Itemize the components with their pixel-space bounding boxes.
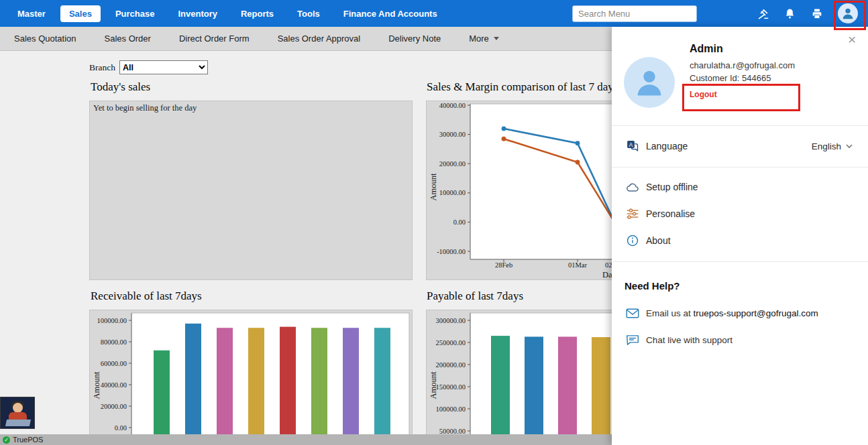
subnav-more[interactable]: More bbox=[455, 34, 513, 44]
receivable-chart-title: Receivable of last 7days bbox=[91, 290, 202, 303]
today-sales-panel: Yet to begin selling for the day bbox=[89, 101, 413, 280]
nav-purchase[interactable]: Purchase bbox=[107, 5, 164, 22]
subnav-delivery-note[interactable]: Delivery Note bbox=[374, 34, 455, 44]
email-support-row[interactable]: Email us at truepos-support@gofrugal.com bbox=[612, 300, 868, 326]
svg-text:20000.00: 20000.00 bbox=[439, 160, 466, 168]
svg-text:30000.00: 30000.00 bbox=[439, 131, 466, 138]
about-label: About bbox=[646, 235, 671, 246]
branch-label: Branch bbox=[89, 62, 115, 73]
payable-chart-title: Payable of last 7days bbox=[427, 290, 523, 303]
svg-text:Amount: Amount bbox=[92, 371, 101, 399]
language-value[interactable]: English bbox=[812, 141, 853, 151]
svg-text:200000.00: 200000.00 bbox=[435, 361, 466, 369]
receivable-chart-panel: 100000.0080000.0060000.0040000.0020000.0… bbox=[89, 310, 413, 445]
nav-finance-and-accounts[interactable]: Finance And Accounts bbox=[335, 5, 446, 22]
person-icon bbox=[840, 6, 855, 21]
sales-margin-chart-title: Sales & Margin comparison of last 7 days bbox=[427, 80, 618, 94]
personalise-row[interactable]: Personalise bbox=[612, 200, 868, 227]
divider bbox=[612, 125, 868, 126]
main-menu: Master Sales Purchase Inventory Reports … bbox=[0, 5, 446, 22]
svg-text:50000.00: 50000.00 bbox=[439, 428, 466, 435]
today-sales-title: Today's sales bbox=[91, 80, 150, 94]
subnav-sales-quotation[interactable]: Sales Quotation bbox=[0, 34, 91, 44]
language-label: Language bbox=[646, 141, 688, 151]
gavel-icon[interactable] bbox=[757, 7, 769, 20]
personalise-label: Personalise bbox=[646, 208, 695, 219]
profile-panel: × Admin charulatha.r@gofrugal.com Custom… bbox=[612, 27, 868, 445]
logout-link[interactable]: Logout bbox=[690, 90, 717, 99]
about-row[interactable]: About bbox=[612, 227, 868, 254]
divider bbox=[612, 261, 868, 262]
support-email-address: truepos-support@gofrugal.com bbox=[694, 308, 818, 318]
profile-name: Admin bbox=[690, 43, 723, 55]
profile-avatar bbox=[624, 57, 675, 108]
svg-text:250000.00: 250000.00 bbox=[435, 339, 466, 346]
chevron-down-icon bbox=[494, 37, 499, 40]
nav-tools[interactable]: Tools bbox=[288, 5, 329, 22]
svg-text:20000.00: 20000.00 bbox=[101, 403, 127, 410]
nav-sales[interactable]: Sales bbox=[60, 5, 101, 22]
nav-inventory[interactable]: Inventory bbox=[169, 5, 226, 22]
svg-text:100000.00: 100000.00 bbox=[97, 317, 127, 324]
app-name: TruePOS bbox=[13, 436, 43, 444]
svg-text:60000.00: 60000.00 bbox=[101, 360, 127, 367]
mascot-head bbox=[13, 403, 23, 413]
receivable-bar-chart: 100000.0080000.0060000.0040000.0020000.0… bbox=[90, 310, 413, 445]
chat-support-label: Chat live with support bbox=[646, 335, 733, 345]
topbar-right-tools bbox=[572, 3, 868, 23]
info-icon bbox=[626, 234, 646, 247]
profile-email: charulatha.r@gofrugal.com bbox=[690, 60, 795, 70]
setup-offline-label: Setup offline bbox=[646, 182, 698, 192]
svg-text:28Feb: 28Feb bbox=[495, 261, 512, 269]
svg-text:40000.00: 40000.00 bbox=[439, 102, 466, 109]
svg-text:0.00: 0.00 bbox=[453, 218, 466, 226]
svg-text:80000.00: 80000.00 bbox=[101, 338, 127, 346]
status-check-icon: ✓ bbox=[3, 436, 10, 444]
language-row[interactable]: A Language English bbox=[612, 133, 868, 160]
subnav-sales-order[interactable]: Sales Order bbox=[91, 34, 165, 44]
setup-offline-row[interactable]: Setup offline bbox=[612, 174, 868, 200]
svg-text:10000.00: 10000.00 bbox=[439, 189, 466, 196]
cloud-icon bbox=[626, 182, 646, 192]
subnav-more-label: More bbox=[469, 34, 489, 44]
envelope-icon bbox=[626, 308, 646, 318]
notification-bell-icon[interactable] bbox=[783, 7, 796, 20]
divider bbox=[612, 167, 868, 168]
chat-bubble-icon bbox=[626, 334, 646, 346]
email-support-prefix: Email us at bbox=[646, 308, 691, 318]
truepos-app-window: Master Sales Purchase Inventory Reports … bbox=[0, 0, 868, 445]
language-icon: A bbox=[626, 139, 646, 153]
customer-id: Customer Id: 544665 bbox=[690, 73, 771, 83]
close-icon[interactable]: × bbox=[848, 32, 856, 46]
subnav-direct-order-form[interactable]: Direct Order Form bbox=[165, 34, 264, 44]
chat-support-row[interactable]: Chat live with support bbox=[612, 326, 868, 353]
branch-select[interactable]: All bbox=[119, 60, 208, 74]
search-menu-input[interactable] bbox=[572, 5, 697, 22]
sliders-icon bbox=[626, 208, 646, 220]
user-avatar[interactable] bbox=[838, 3, 858, 23]
svg-text:01Mar: 01Mar bbox=[568, 261, 587, 269]
person-icon bbox=[632, 65, 667, 100]
svg-text:150000.00: 150000.00 bbox=[435, 383, 466, 391]
nav-master[interactable]: Master bbox=[9, 5, 54, 22]
top-navigation-bar: Master Sales Purchase Inventory Reports … bbox=[0, 0, 868, 27]
need-help-title: Need Help? bbox=[625, 280, 680, 292]
branch-filter: Branch All bbox=[89, 60, 208, 74]
support-mascot-image[interactable] bbox=[0, 397, 35, 429]
svg-text:Amount: Amount bbox=[429, 173, 438, 201]
nav-reports[interactable]: Reports bbox=[232, 5, 282, 22]
chevron-down-icon bbox=[845, 143, 853, 149]
svg-text:300000.00: 300000.00 bbox=[435, 317, 466, 324]
svg-text:0.00: 0.00 bbox=[115, 424, 127, 432]
today-sales-empty-message: Yet to begin selling for the day bbox=[90, 101, 412, 115]
svg-text:100000.00: 100000.00 bbox=[435, 405, 466, 413]
svg-text:-10000.00: -10000.00 bbox=[437, 248, 466, 255]
subnav-sales-order-approval[interactable]: Sales Order Approval bbox=[264, 34, 375, 44]
printer-icon[interactable] bbox=[810, 7, 824, 20]
svg-text:40000.00: 40000.00 bbox=[101, 381, 127, 389]
svg-text:Amount: Amount bbox=[429, 371, 438, 399]
mascot-laptop bbox=[5, 420, 31, 426]
